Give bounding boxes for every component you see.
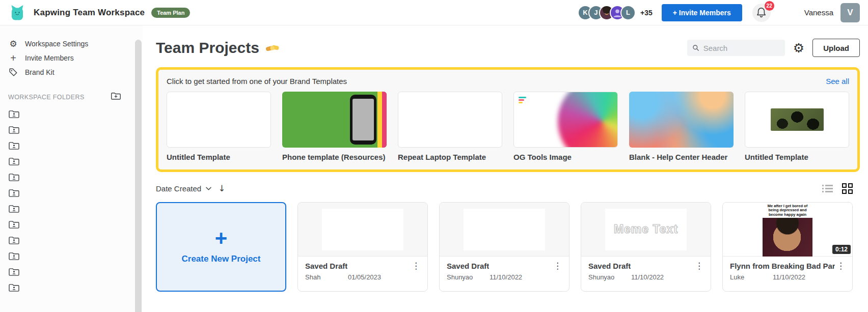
template-name: Phone template (Resources): [282, 153, 387, 161]
folder-item[interactable]: [8, 173, 20, 182]
gear-icon: ⚙: [8, 40, 18, 48]
workspace-folders-heading: WORKSPACE FOLDERS: [8, 92, 143, 102]
folder-item[interactable]: [8, 109, 20, 119]
grid-view-icon[interactable]: [842, 183, 853, 194]
notifications-button[interactable]: 22: [752, 4, 771, 22]
project-title: Flynn from Breaking Bad Partyi...: [730, 262, 835, 270]
sidebar-item-label: Workspace Settings: [25, 40, 88, 48]
sidebar-item-label: Invite Members: [25, 54, 74, 62]
avatar[interactable]: L: [620, 5, 636, 20]
sort-direction-icon[interactable]: ↓: [218, 184, 225, 193]
sidebar-item-invite-members[interactable]: + Invite Members: [8, 51, 143, 65]
project-owner: Luke: [730, 273, 773, 281]
sidebar-item-label: Brand Kit: [25, 68, 55, 76]
project-card-flynn-video[interactable]: Me after I get bored of being depressed …: [722, 202, 853, 292]
folder-item[interactable]: [8, 125, 20, 134]
project-date: 11/10/2022: [490, 273, 522, 281]
template-card-help-center[interactable]: Blank - Help Center Header: [629, 92, 734, 161]
folder-item[interactable]: [8, 283, 20, 292]
template-card-untitled-1[interactable]: Untitled Template: [167, 92, 271, 161]
template-thumbnail-phone: [282, 92, 387, 148]
folder-item[interactable]: [8, 220, 20, 229]
project-title: Saved Draft: [447, 262, 489, 270]
meme-photo: [763, 218, 812, 257]
project-thumbnail: [298, 203, 427, 257]
template-name: Blank - Help Center Header: [629, 153, 734, 161]
brand-templates-section: Click to get started from one of your Br…: [156, 67, 860, 172]
kapwing-logo-icon[interactable]: [8, 4, 26, 22]
mini-logo-bars: [519, 97, 526, 103]
kebab-menu-icon[interactable]: ⋮: [553, 262, 562, 270]
workspace-folders-label: WORKSPACE FOLDERS: [8, 94, 85, 101]
stripe-decoration: [377, 92, 382, 148]
create-new-project-card[interactable]: + Create New Project: [156, 202, 286, 292]
kebab-menu-icon[interactable]: ⋮: [412, 262, 420, 270]
project-card-saved-draft-meme[interactable]: Meme Text Saved Draft ⋮ Shunyao 11/10/20…: [581, 202, 711, 292]
sidebar: ⚙ Workspace Settings + Invite Members Br…: [0, 25, 143, 312]
meme-caption: Me after I get bored of being depressed …: [763, 203, 812, 218]
template-card-phone[interactable]: Phone template (Resources): [282, 92, 387, 161]
notification-count-badge: 22: [765, 1, 774, 11]
project-thumbnail-video: Me after I get bored of being depressed …: [723, 203, 852, 257]
folder-item[interactable]: [8, 204, 20, 213]
sort-dropdown[interactable]: Date Created: [156, 184, 212, 193]
projects-settings-gear-icon[interactable]: ⚙: [793, 42, 804, 54]
video-duration-badge: 0:12: [832, 245, 851, 254]
project-thumbnail: Meme Text: [581, 203, 711, 257]
folder-item[interactable]: [8, 251, 20, 261]
search-icon: [692, 44, 699, 52]
project-thumbnail: [440, 203, 569, 257]
project-card-saved-draft-2[interactable]: Saved Draft ⋮ Shunyao 11/10/2022: [439, 202, 569, 292]
search-box[interactable]: [687, 40, 785, 56]
page-title-text: Team Projects: [156, 39, 259, 56]
sidebar-item-brand-kit[interactable]: Brand Kit: [8, 65, 143, 79]
template-name: Untitled Template: [745, 153, 849, 161]
template-thumbnail-gradient-circle: [513, 92, 618, 148]
folder-item[interactable]: [8, 267, 20, 276]
folder-item[interactable]: [8, 157, 20, 166]
see-all-link[interactable]: See all: [826, 77, 849, 86]
member-avatar-stack[interactable]: K J L: [578, 5, 636, 20]
tag-icon: [8, 68, 18, 77]
kebab-menu-icon[interactable]: ⋮: [836, 262, 845, 270]
top-bar-actions: K J L +35 + Invite Members 22 Vanessa V: [578, 3, 860, 22]
folder-item[interactable]: [8, 141, 20, 150]
project-meta: Luke 11/10/2022: [730, 273, 845, 281]
project-title: Saved Draft: [305, 262, 347, 270]
sort-row: Date Created ↓: [156, 183, 860, 194]
upload-button[interactable]: Upload: [812, 39, 860, 57]
template-name: Repeat Laptop Template: [398, 153, 502, 161]
sidebar-item-workspace-settings[interactable]: ⚙ Workspace Settings: [8, 37, 143, 51]
template-row: Untitled Template Phone template (Resour…: [167, 92, 849, 161]
view-toggle: [822, 183, 853, 194]
invite-members-button[interactable]: + Invite Members: [662, 4, 742, 21]
template-thumbnail-blank: [167, 92, 271, 148]
workspace-title: Kapwing Team Workspace: [34, 8, 145, 18]
project-owner: Shah: [305, 273, 348, 281]
sort-label: Date Created: [156, 184, 201, 193]
main-content: Team Projects ⚙ Upload Click to get star…: [143, 25, 868, 312]
kebab-menu-icon[interactable]: ⋮: [695, 262, 703, 270]
sidebar-scrollbar[interactable]: [135, 40, 142, 312]
title-row: Team Projects ⚙ Upload: [156, 39, 860, 57]
plus-icon: +: [8, 53, 18, 63]
project-date: 11/10/2022: [773, 273, 805, 281]
template-name: OG Tools Image: [513, 153, 618, 161]
current-user-avatar[interactable]: V: [840, 3, 860, 22]
project-owner: Shunyao: [447, 273, 490, 281]
template-card-laptop[interactable]: Repeat Laptop Template: [398, 92, 502, 161]
title-actions: ⚙ Upload: [687, 39, 860, 57]
stripe-decoration: [382, 92, 387, 148]
folder-item[interactable]: [8, 236, 20, 245]
search-input[interactable]: [703, 44, 780, 52]
template-card-og-tools[interactable]: OG Tools Image: [513, 92, 618, 161]
list-view-icon[interactable]: [822, 185, 833, 192]
project-card-saved-draft-1[interactable]: Saved Draft ⋮ Shah 01/05/2023: [297, 202, 428, 292]
avatar-overflow-count[interactable]: +35: [640, 9, 653, 17]
add-folder-icon[interactable]: [111, 92, 121, 102]
plan-badge: Team Plan: [151, 8, 190, 18]
plus-icon: +: [215, 230, 228, 247]
folder-item[interactable]: [8, 188, 20, 197]
template-card-untitled-2[interactable]: Untitled Template: [745, 92, 849, 161]
create-project-label: Create New Project: [182, 254, 261, 264]
